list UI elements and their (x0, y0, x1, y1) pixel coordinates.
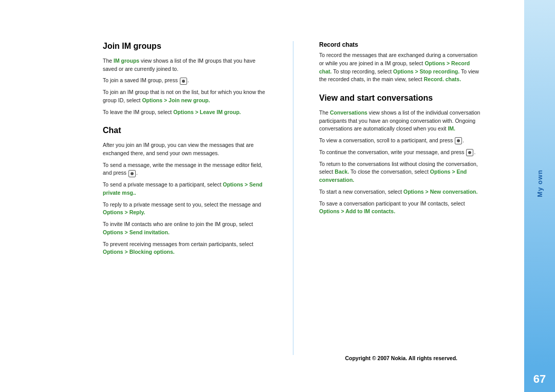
copyright-text: Copyright © 2007 Nokia. All rights reser… (345, 355, 457, 361)
send-invitation: To invite IM contacts who are online to … (103, 220, 267, 237)
add-im-contacts: To save a conversation participant to yo… (319, 200, 484, 216)
leave-im-group: To leave the IM group, select Options > … (103, 108, 267, 117)
two-col-layout: Join IM groups The IM groups view shows … (103, 41, 493, 355)
ok-button-icon-3 (455, 137, 462, 144)
back-link: Back. (335, 169, 349, 175)
page-container: Join IM groups The IM groups view shows … (0, 0, 555, 392)
send-invitation-link: Options > Send invitation. (103, 229, 170, 235)
record-chats-title: Record chats (319, 41, 484, 48)
im-groups-link: IM groups (114, 58, 139, 64)
view-conversation: To view a conversation, scroll to a part… (319, 137, 484, 145)
content-area: Join IM groups The IM groups view shows … (0, 0, 524, 392)
ok-button-icon (180, 78, 187, 85)
send-private-msg: To send a private message to a participa… (103, 181, 267, 197)
im-link: IM. (448, 125, 455, 132)
sidebar-label-area: My own (524, 0, 555, 366)
view-start-intro: The Conversations view shows a list of t… (319, 109, 484, 133)
join-new-group: To join an IM group that is not on the l… (103, 88, 267, 105)
add-im-contacts-link: Options > Add to IM contacts. (319, 208, 395, 214)
new-conversation-link: Options > New conversation. (403, 189, 477, 195)
blocking-options-link: Options > Blocking options. (103, 249, 175, 255)
blocking-options: To prevent receiving messages from certa… (103, 240, 267, 257)
join-im-groups-section: Join IM groups The IM groups view shows … (103, 41, 267, 116)
continue-conversation: To continue the conversation, write your… (319, 148, 484, 157)
record-chats-section: Record chats To record the messages that… (319, 41, 484, 84)
ok-button-icon-2 (128, 170, 136, 177)
record-chats-link: Record. chats. (424, 76, 461, 82)
send-private-msg-link: Options > Send private msg.. (103, 181, 263, 196)
chat-title: Chat (103, 125, 267, 136)
record-chats-body: To record the messages that are exchange… (319, 51, 484, 84)
conversations-link: Conversations (330, 109, 367, 116)
join-new-group-link: Options > Join new group. (142, 97, 210, 103)
join-im-groups-intro: The IM groups view shows a list of the I… (103, 57, 267, 73)
view-start-section: View and start conversations The Convers… (319, 93, 484, 216)
view-start-title: View and start conversations (319, 93, 484, 104)
ok-button-icon-4 (466, 149, 473, 156)
new-conversation: To start a new conversation, select Opti… (319, 188, 484, 196)
page-number-box: 67 (524, 366, 555, 392)
column-divider (293, 41, 293, 355)
copyright-row: Copyright © 2007 Nokia. All rights reser… (103, 355, 493, 371)
reply-link: Options > Reply. (103, 209, 145, 215)
right-column: Record chats To record the messages that… (319, 41, 484, 355)
sidebar-right: My own 67 (524, 0, 555, 392)
send-message: To send a message, write the message in … (103, 161, 267, 178)
chat-section: Chat After you join an IM group, you can… (103, 125, 267, 256)
stop-recording-link: Options > Stop recording. (393, 68, 459, 74)
return-conversations: To return to the conversations list with… (319, 160, 484, 184)
chat-intro: After you join an IM group, you can view… (103, 141, 267, 158)
join-im-groups-title: Join IM groups (103, 41, 267, 52)
page-number: 67 (533, 372, 546, 386)
leave-im-group-link: Options > Leave IM group. (173, 109, 241, 115)
sidebar-label: My own (536, 164, 544, 202)
left-column: Join IM groups The IM groups view shows … (103, 41, 267, 355)
reply-msg: To reply to a private message sent to yo… (103, 201, 267, 217)
join-saved-group: To join a saved IM group, press . (103, 77, 267, 85)
